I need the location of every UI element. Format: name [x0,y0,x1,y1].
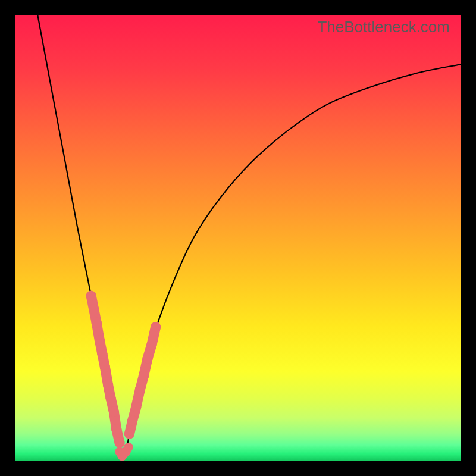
bead-dot [124,429,134,439]
bead-dot [151,322,161,332]
bead-dot [146,340,156,350]
bead-dot [97,349,107,359]
plot-area: TheBottleneck.com [15,15,461,461]
bead-dot [89,304,99,314]
bead-dot [103,380,113,390]
bead-dot [115,438,125,448]
bead-dot [131,402,141,412]
bead-dot [92,318,102,328]
bead-dot [111,424,121,434]
bead-dot [127,415,137,425]
chart-frame: TheBottleneck.com [0,0,476,476]
bead-dot [86,291,96,301]
bead-dot [135,384,145,394]
bead-dot [95,336,105,346]
bead-dot [143,353,153,363]
watermark-text: TheBottleneck.com [317,18,450,36]
bead-dot [109,406,119,416]
bead-dot [124,443,133,452]
bead-dot [139,371,149,381]
background-gradient [15,15,461,461]
bottleneck-chart [15,15,461,461]
bead-dot [100,362,110,372]
bead-dot [106,393,116,403]
